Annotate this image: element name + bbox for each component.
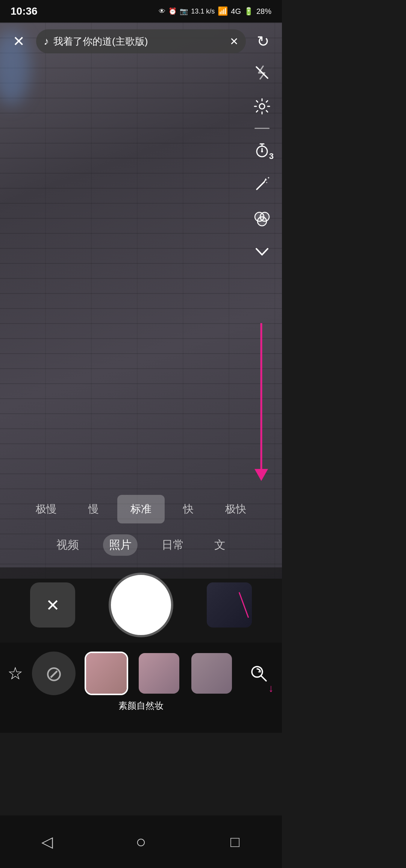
beauty-bar: ☆ ⊘ (0, 643, 282, 733)
camera-status-icon: 📷 (180, 7, 188, 15)
bottom-controls: ✕ (0, 567, 282, 643)
cancel-icon: ✕ (46, 596, 60, 615)
timer-button[interactable]: 3 (250, 138, 274, 163)
arrow-line (261, 323, 262, 470)
back-icon: ◁ (41, 833, 53, 850)
favorite-filter-button[interactable]: ☆ (8, 663, 23, 684)
divider (255, 128, 270, 129)
mode-daily[interactable]: 日常 (156, 534, 190, 556)
thumb-line (239, 592, 249, 618)
wifi-icon: 📶 (218, 6, 228, 16)
more-options-button[interactable] (250, 239, 274, 264)
top-bar: ✕ ♪ 我着了你的道(主歌版) ✕ ↻ (0, 23, 282, 60)
mode-selector: 视频 照片 日常 文 (0, 530, 282, 560)
home-icon: ○ (136, 832, 146, 852)
svg-line-4 (257, 182, 264, 189)
battery-percent: 28% (256, 7, 271, 16)
recent-apps-button[interactable]: □ (220, 827, 250, 857)
no-filter-button[interactable]: ⊘ (32, 652, 76, 695)
filter-item-2[interactable] (137, 652, 181, 695)
filter-face-image-1 (86, 653, 127, 694)
svg-text:✦: ✦ (266, 181, 268, 184)
timer-icon (254, 142, 270, 158)
filter-thumb-1 (85, 652, 128, 695)
data-speed: 13.1 k/s (191, 8, 215, 15)
filter-face-image-3 (191, 653, 232, 694)
refresh-icon: ↻ (257, 33, 270, 50)
home-button[interactable]: ○ (126, 827, 156, 857)
flash-button[interactable] (250, 60, 274, 85)
status-icons: 👁 ⏰ 📷 13.1 k/s 📶 4G 🔋 28% (159, 6, 271, 16)
svg-point-10 (258, 217, 267, 226)
filter-thumb-2 (137, 652, 181, 695)
flash-off-icon (254, 65, 270, 80)
music-pill[interactable]: ♪ 我着了你的道(主歌版) ✕ (36, 29, 246, 53)
svg-text:✦: ✦ (267, 176, 270, 180)
cancel-button[interactable]: ✕ (30, 582, 75, 628)
cellular-icon: 4G (231, 7, 241, 16)
mode-video[interactable]: 视频 (50, 534, 85, 556)
close-icon: ✕ (13, 33, 25, 50)
ban-icon-wrapper: ⊘ (32, 652, 76, 695)
right-controls: 3 ✦ ✦ ✦ (250, 60, 274, 264)
camera-texture (0, 0, 282, 579)
star-icon: ☆ (8, 663, 23, 684)
chevron-down-icon (255, 246, 269, 257)
mode-text[interactable]: 文 (208, 534, 232, 556)
beauty-icon (253, 209, 271, 227)
arrow-head (255, 469, 268, 481)
speed-item-very-slow[interactable]: 极慢 (23, 495, 70, 523)
refresh-button[interactable]: ↻ (252, 30, 274, 53)
timer-badge: 3 (269, 151, 274, 161)
mode-photo[interactable]: 照片 (103, 534, 138, 556)
magic-wand-icon: ✦ ✦ ✦ (254, 176, 270, 192)
music-title: 我着了你的道(主歌版) (53, 35, 225, 48)
arrow-down-badge: ↓ (268, 682, 274, 694)
ban-icon: ⊘ (45, 661, 63, 686)
magic-wand-button[interactable]: ✦ ✦ ✦ (250, 172, 274, 197)
status-bar: 10:36 👁 ⏰ 📷 13.1 k/s 📶 4G 🔋 28% (0, 0, 282, 23)
gallery-thumb-inner (207, 582, 252, 628)
alarm-icon: ⏰ (168, 7, 177, 15)
svg-point-1 (259, 104, 265, 109)
filter-thumb-3 (190, 652, 233, 695)
speed-item-fast[interactable]: 快 (165, 495, 212, 523)
gallery-thumbnail[interactable] (207, 582, 252, 628)
speed-item-very-fast[interactable]: 极快 (212, 495, 259, 523)
svg-line-12 (261, 676, 266, 681)
nav-bar: ◁ ○ □ (0, 815, 282, 868)
gear-icon (254, 98, 270, 115)
filter-item-1[interactable] (85, 652, 128, 695)
camera-viewfinder (0, 0, 282, 579)
filter-label-area: 素颜自然妆 (118, 700, 164, 712)
eye-icon: 👁 (159, 8, 165, 15)
speed-item-standard[interactable]: 标准 (117, 495, 165, 523)
settings-button[interactable] (250, 94, 274, 119)
close-camera-button[interactable]: ✕ (8, 30, 30, 53)
search-refresh-icon (249, 664, 268, 683)
beauty-filters: ☆ ⊘ (0, 643, 282, 695)
filter-label: 素颜自然妆 (118, 700, 164, 711)
search-filter-button[interactable]: ↓ (242, 652, 274, 695)
back-button[interactable]: ◁ (32, 827, 62, 857)
pink-arrow-indicator (260, 323, 262, 481)
battery-icon: 🔋 (244, 7, 253, 16)
speed-selector: 极慢 慢 标准 快 极快 (0, 492, 282, 526)
music-close-button[interactable]: ✕ (230, 35, 238, 48)
status-time: 10:36 (11, 5, 38, 17)
music-icon: ♪ (44, 35, 49, 47)
svg-point-3 (261, 151, 263, 153)
filter-item-3[interactable] (190, 652, 233, 695)
filter-face-image-2 (139, 653, 179, 694)
beauty-button[interactable] (250, 206, 274, 230)
speed-item-slow[interactable]: 慢 (70, 495, 117, 523)
recent-apps-icon: □ (230, 833, 239, 850)
shutter-button[interactable] (111, 575, 171, 635)
